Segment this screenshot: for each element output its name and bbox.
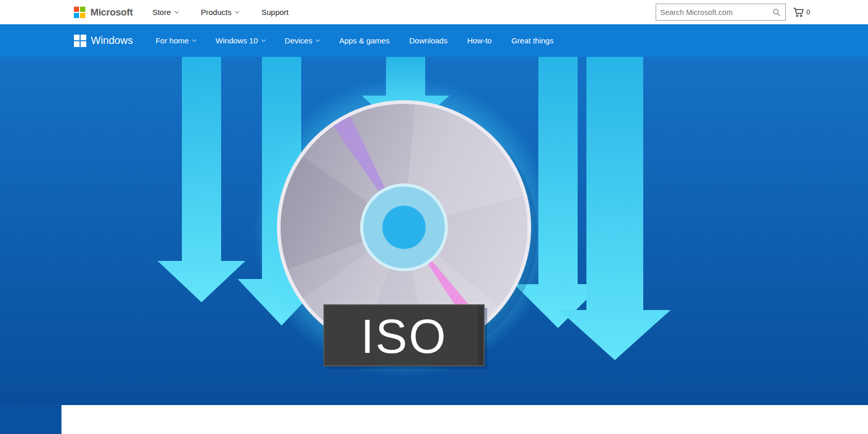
microsoft-logo[interactable]: Microsoft (74, 7, 133, 18)
cart-count: 0 (807, 8, 810, 16)
windows-logo-icon (74, 35, 86, 47)
nav-item-label: Support (261, 8, 289, 17)
disc-hub (360, 183, 448, 271)
iso-label: ISO (361, 310, 447, 363)
logo-square-green (80, 7, 85, 12)
nav-item-devices[interactable]: Devices (285, 36, 319, 45)
microsoft-logo-icon (74, 7, 85, 18)
hero-image: ISO (0, 57, 868, 405)
nav-item-label: Windows 10 (215, 36, 258, 45)
nav-item-how-to[interactable]: How-to (467, 36, 492, 45)
chevron-down-icon (261, 38, 266, 42)
nav-item-label: How-to (467, 36, 492, 45)
nav-item-label: Products (201, 8, 231, 17)
cart-button[interactable]: 0 (793, 8, 810, 17)
windows-logo[interactable]: Windows (74, 35, 133, 47)
windows-nav-bar: Windows For home Windows 10 Devices Apps… (0, 24, 868, 57)
windows-nav: For home Windows 10 Devices Apps & games… (156, 36, 553, 45)
nav-item-label: Apps & games (339, 36, 390, 45)
nav-item-windows-10[interactable]: Windows 10 (215, 36, 265, 45)
nav-item-downloads[interactable]: Downloads (409, 36, 447, 45)
chevron-down-icon (316, 38, 320, 42)
bottom-left-blue-block (0, 405, 61, 434)
hero-graphic: ISO (0, 57, 868, 405)
nav-item-products[interactable]: Products (201, 8, 239, 17)
chevron-down-icon (175, 9, 179, 13)
topbar-right-cluster: 0 (656, 4, 810, 21)
search-box (656, 4, 786, 21)
search-icon (772, 8, 781, 17)
nav-item-label: Downloads (409, 36, 447, 45)
iso-badge-edge (478, 305, 484, 365)
nav-item-label: Store (152, 8, 171, 17)
cart-icon (793, 8, 804, 17)
nav-item-apps-games[interactable]: Apps & games (339, 36, 390, 45)
search-button[interactable] (768, 4, 785, 20)
microsoft-wordmark: Microsoft (90, 7, 133, 18)
nav-item-great-things[interactable]: Great things (512, 36, 554, 45)
nav-item-label: Devices (285, 36, 312, 45)
logo-square-red (74, 7, 79, 12)
bottom-strip (0, 405, 868, 434)
chevron-down-icon (192, 38, 196, 42)
nav-item-for-home[interactable]: For home (156, 36, 196, 45)
microsoft-header: Microsoft Store Products Support (0, 0, 868, 24)
iso-badge: ISO (324, 305, 487, 369)
search-input[interactable] (656, 8, 768, 17)
nav-item-support[interactable]: Support (261, 8, 289, 17)
logo-square-yellow (80, 13, 85, 18)
logo-square-blue (74, 13, 79, 18)
windows-wordmark: Windows (91, 35, 133, 47)
nav-item-store[interactable]: Store (152, 8, 178, 17)
chevron-down-icon (235, 9, 239, 13)
top-nav: Store Products Support (152, 8, 289, 17)
nav-item-label: For home (156, 36, 189, 45)
nav-item-label: Great things (512, 36, 554, 45)
